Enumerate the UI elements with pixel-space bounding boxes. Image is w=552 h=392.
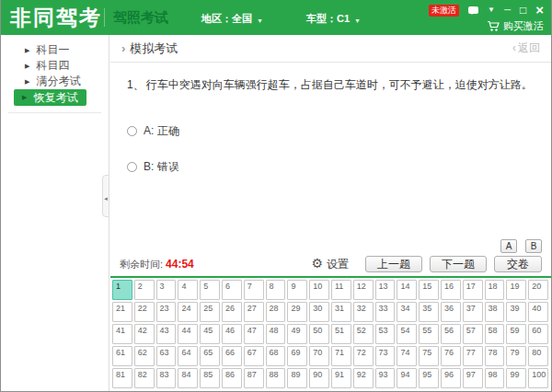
question-number-cell[interactable]: 77 [463,346,483,366]
question-number-cell[interactable]: 80 [528,346,548,366]
sidebar-collapse-handle[interactable] [102,175,109,217]
question-number-cell[interactable]: 46 [222,324,242,344]
question-number-cell[interactable]: 12 [353,280,374,300]
question-number-cell[interactable]: 49 [287,324,307,344]
question-number-cell[interactable]: 91 [331,368,351,388]
region-select[interactable]: 地区：全国 [201,12,263,26]
question-number-cell[interactable]: 20 [528,280,548,300]
question-number-cell[interactable]: 38 [485,302,505,322]
question-number-cell[interactable]: 18 [485,280,505,300]
answer-a-button[interactable]: A [500,239,517,253]
question-number-cell[interactable]: 82 [134,368,155,388]
question-number-cell[interactable]: 66 [222,346,242,366]
question-number-cell[interactable]: 63 [156,346,177,366]
question-number-cell[interactable]: 88 [266,368,286,388]
question-number-cell[interactable]: 48 [266,324,286,344]
question-number-cell[interactable]: 79 [506,346,526,366]
question-number-cell[interactable]: 36 [441,302,461,322]
question-number-cell[interactable]: 61 [112,346,132,366]
sidebar-item-subject-one[interactable]: 科目一 [1,42,109,58]
question-number-cell[interactable]: 84 [178,368,198,388]
maximize-button[interactable] [520,5,526,16]
question-number-cell[interactable]: 56 [441,324,461,344]
question-number-cell[interactable]: 37 [463,302,483,322]
sidebar-item-full-score-exam[interactable]: 满分考试 [1,74,109,89]
question-number-cell[interactable]: 17 [463,280,483,300]
question-number-cell[interactable]: 2 [134,280,155,300]
question-number-cell[interactable]: 11 [331,280,351,300]
question-number-cell[interactable]: 53 [375,324,396,344]
question-number-cell[interactable]: 81 [112,368,132,388]
buy-activation-button[interactable]: 购买激活 [487,19,544,33]
option-b[interactable]: B: 错误 [127,159,546,175]
question-number-cell[interactable]: 30 [309,302,329,322]
question-number-cell[interactable]: 59 [506,324,526,344]
question-number-cell[interactable]: 45 [200,324,220,344]
question-number-cell[interactable]: 15 [419,280,439,300]
question-number-cell[interactable]: 28 [266,302,286,322]
question-number-cell[interactable]: 40 [528,302,548,322]
question-number-cell[interactable]: 26 [222,302,242,322]
question-number-cell[interactable]: 3 [156,280,177,300]
question-number-cell[interactable]: 29 [287,302,307,322]
chat-icon[interactable] [468,6,478,14]
question-number-cell[interactable]: 73 [375,346,396,366]
question-number-cell[interactable]: 86 [222,368,242,388]
question-number-cell[interactable]: 23 [156,302,177,322]
question-number-cell[interactable]: 34 [397,302,417,322]
answer-b-button[interactable]: B [525,239,542,253]
question-number-cell[interactable]: 44 [178,324,198,344]
question-number-cell[interactable]: 95 [419,368,439,388]
question-number-cell[interactable]: 51 [331,324,351,344]
radio-icon[interactable] [127,162,137,172]
app-subtitle-tab[interactable]: 驾照考试 [113,9,168,27]
question-number-cell[interactable]: 83 [156,368,177,388]
question-number-cell[interactable]: 90 [309,368,329,388]
question-number-cell[interactable]: 1 [112,280,132,300]
question-number-cell[interactable]: 27 [244,302,264,322]
back-button[interactable]: 返回 [512,35,540,62]
question-number-cell[interactable]: 8 [266,280,286,300]
question-number-cell[interactable]: 25 [200,302,220,322]
question-number-cell[interactable]: 54 [397,324,417,344]
question-number-cell[interactable]: 41 [112,324,132,344]
question-number-cell[interactable]: 69 [287,346,307,366]
minimize-button[interactable] [504,5,511,16]
question-number-cell[interactable]: 62 [134,346,155,366]
question-number-cell[interactable]: 14 [397,280,417,300]
close-button[interactable] [535,5,544,16]
question-number-cell[interactable]: 32 [353,302,374,322]
question-number-cell[interactable]: 85 [200,368,220,388]
prev-question-button[interactable]: 上一题 [365,256,422,272]
question-number-cell[interactable]: 22 [134,302,155,322]
question-number-cell[interactable]: 7 [244,280,264,300]
question-number-cell[interactable]: 9 [287,280,307,300]
question-number-cell[interactable]: 67 [244,346,264,366]
submit-exam-button[interactable]: 交卷 [494,256,542,272]
question-number-cell[interactable]: 98 [485,368,505,388]
settings-button[interactable]: 设置 [311,257,349,272]
question-number-cell[interactable]: 43 [156,324,177,344]
question-number-cell[interactable]: 4 [178,280,198,300]
question-number-cell[interactable]: 33 [375,302,396,322]
question-number-cell[interactable]: 94 [397,368,417,388]
question-number-cell[interactable]: 31 [331,302,351,322]
question-number-cell[interactable]: 16 [441,280,461,300]
question-number-cell[interactable]: 96 [441,368,461,388]
question-number-cell[interactable]: 13 [375,280,396,300]
question-number-cell[interactable]: 92 [353,368,374,388]
question-number-cell[interactable]: 64 [178,346,198,366]
question-number-cell[interactable]: 93 [375,368,396,388]
question-number-cell[interactable]: 35 [419,302,439,322]
question-number-cell[interactable]: 87 [244,368,264,388]
car-type-select[interactable]: 车型：C1 [306,12,361,26]
next-question-button[interactable]: 下一题 [430,256,487,272]
question-number-cell[interactable]: 97 [463,368,483,388]
question-number-cell[interactable]: 42 [134,324,155,344]
question-number-cell[interactable]: 5 [200,280,220,300]
question-number-cell[interactable]: 19 [506,280,526,300]
question-number-cell[interactable]: 58 [485,324,505,344]
question-number-cell[interactable]: 71 [331,346,351,366]
question-number-cell[interactable]: 57 [463,324,483,344]
question-number-cell[interactable]: 99 [506,368,526,388]
